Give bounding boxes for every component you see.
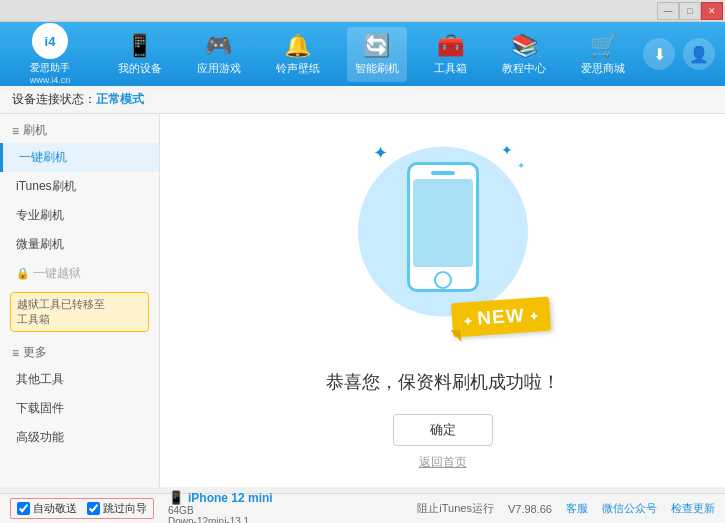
sidebar-item-one-click-flash[interactable]: 一键刷机 — [0, 143, 159, 172]
back-link[interactable]: 返回首页 — [419, 454, 467, 471]
download-button[interactable]: ⬇ — [643, 38, 675, 70]
device-storage: 64GB — [168, 505, 273, 516]
device-model: Down-12mini-13,1 — [168, 516, 273, 523]
tutorial-icon: 📚 — [511, 33, 538, 59]
phone-speaker — [431, 171, 455, 175]
version-text: V7.98.66 — [508, 503, 552, 515]
main-content: ✦ ✦ ✦ ✦ NEW ✦ 恭喜您，保资料刷机成功啦！ 确定 返回首页 — [160, 114, 725, 487]
window-controls[interactable]: — □ ✕ — [657, 2, 723, 20]
sidebar-item-itunes-flash[interactable]: iTunes刷机 — [0, 172, 159, 201]
wechat-official-link[interactable]: 微信公众号 — [602, 501, 657, 516]
bottombar: 自动敬送 跳过向导 📱 iPhone 12 mini 64GB Down-12m… — [0, 493, 725, 523]
sidebar-item-download-firmware[interactable]: 下载固件 — [0, 394, 159, 423]
shop-icon: 🛒 — [590, 33, 617, 59]
nav-item-smart-flash[interactable]: 🔄 智能刷机 — [347, 27, 407, 82]
bottombar-right: 阻止iTunes运行 V7.98.66 客服 微信公众号 检查更新 — [417, 501, 715, 516]
more-section-icon: ≡ — [12, 346, 19, 360]
phone-body — [407, 162, 479, 292]
sidebar-item-pro-flash[interactable]: 专业刷机 — [0, 201, 159, 230]
flash-section-icon: ≡ — [12, 124, 19, 138]
account-button[interactable]: 👤 — [683, 38, 715, 70]
nav-item-shop[interactable]: 🛒 爱思商城 — [573, 27, 633, 82]
maximize-button[interactable]: □ — [679, 2, 701, 20]
auto-send-checkbox-label[interactable]: 自动敬送 — [17, 501, 77, 516]
main-layout: ≡ 刷机 一键刷机 iTunes刷机 专业刷机 微量刷机 🔒 一键越狱 越狱工具… — [0, 114, 725, 487]
toolbox-icon: 🧰 — [437, 33, 464, 59]
ringtone-wallpaper-icon: 🔔 — [284, 33, 311, 59]
logo-icon: i4 — [32, 23, 68, 59]
sidebar-notice: 越狱工具已转移至工具箱 — [10, 292, 149, 332]
skip-wizard-checkbox[interactable] — [87, 502, 100, 515]
sidebar-item-advanced[interactable]: 高级功能 — [0, 423, 159, 452]
minimize-button[interactable]: — — [657, 2, 679, 20]
sparkle-left: ✦ — [373, 142, 388, 164]
apps-games-icon: 🎮 — [205, 33, 232, 59]
phone-icon: 📱 — [168, 490, 184, 505]
sidebar-section-more: ≡ 更多 — [0, 336, 159, 365]
bottombar-left: 自动敬送 跳过向导 📱 iPhone 12 mini 64GB Down-12m… — [10, 490, 417, 523]
sidebar: ≡ 刷机 一键刷机 iTunes刷机 专业刷机 微量刷机 🔒 一键越狱 越狱工具… — [0, 114, 160, 487]
phone-illustration: ✦ ✦ ✦ ✦ NEW ✦ — [343, 130, 543, 350]
sidebar-section-flash: ≡ 刷机 — [0, 114, 159, 143]
phone-home-button — [434, 271, 452, 289]
confirm-button[interactable]: 确定 — [393, 414, 493, 446]
nav-item-my-device[interactable]: 📱 我的设备 — [110, 27, 170, 82]
logo-text: 爱思助手 www.i4.cn — [30, 61, 71, 85]
smart-flash-icon: 🔄 — [363, 33, 390, 59]
itunes-label: 阻止iTunes运行 — [417, 501, 494, 516]
nav-bar: 📱 我的设备 🎮 应用游戏 🔔 铃声壁纸 🔄 智能刷机 🧰 工具箱 📚 教程中心 — [100, 27, 643, 82]
sidebar-item-other-tools[interactable]: 其他工具 — [0, 365, 159, 394]
new-badge: ✦ NEW ✦ — [451, 297, 551, 338]
header: i4 爱思助手 www.i4.cn 📱 我的设备 🎮 应用游戏 🔔 铃声壁纸 🔄… — [0, 22, 725, 86]
checkbox-group: 自动敬送 跳过向导 — [10, 498, 154, 519]
header-right-controls: ⬇ 👤 — [643, 38, 715, 70]
nav-item-tutorial[interactable]: 📚 教程中心 — [494, 27, 554, 82]
ribbon-tail — [450, 330, 461, 343]
my-device-icon: 📱 — [126, 33, 153, 59]
device-name: iPhone 12 mini — [188, 491, 273, 505]
statusbar: 设备连接状态： 正常模式 — [0, 86, 725, 114]
sparkle-right: ✦ — [501, 142, 513, 158]
nav-item-toolbox[interactable]: 🧰 工具箱 — [426, 27, 475, 82]
check-update-link[interactable]: 检查更新 — [671, 501, 715, 516]
customer-service-link[interactable]: 客服 — [566, 501, 588, 516]
titlebar: — □ ✕ — [0, 0, 725, 22]
device-info: 📱 iPhone 12 mini 64GB Down-12mini-13,1 — [168, 490, 273, 523]
success-text: 恭喜您，保资料刷机成功啦！ — [326, 370, 560, 394]
close-button[interactable]: ✕ — [701, 2, 723, 20]
auto-send-checkbox[interactable] — [17, 502, 30, 515]
logo: i4 爱思助手 www.i4.cn — [10, 23, 90, 85]
phone-screen — [413, 179, 473, 267]
sparkle-small: ✦ — [517, 160, 525, 171]
skip-wizard-checkbox-label[interactable]: 跳过向导 — [87, 501, 147, 516]
nav-item-apps-games[interactable]: 🎮 应用游戏 — [189, 27, 249, 82]
sidebar-item-micro-flash[interactable]: 微量刷机 — [0, 230, 159, 259]
sidebar-item-one-key-jailbreak: 🔒 一键越狱 — [0, 259, 159, 288]
nav-item-ringtone-wallpaper[interactable]: 🔔 铃声壁纸 — [268, 27, 328, 82]
